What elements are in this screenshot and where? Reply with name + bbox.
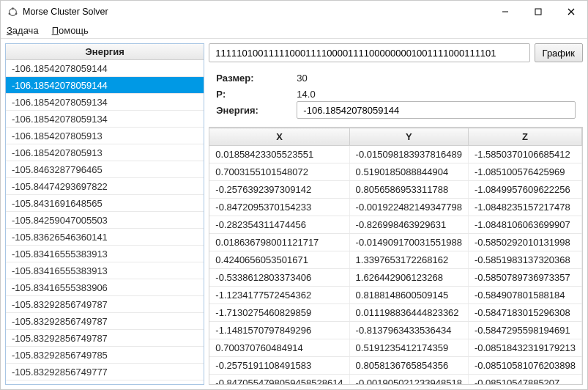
table-cell: 0.8056586953311788 (349, 181, 468, 199)
table-cell: -1.1234177572454362 (209, 287, 349, 304)
table-row[interactable]: -1.12341775724543620.8188148600509145-0.… (209, 287, 581, 304)
app-window: Morse Cluster Solver Задача Помощь Энерг… (0, 0, 588, 390)
minimize-button[interactable] (488, 1, 521, 23)
coordinates-table-wrap[interactable]: XYZ 0.01858423305523551-0.01509818393781… (209, 127, 583, 385)
list-item[interactable]: -106.18542078059134 (6, 94, 204, 111)
table-row[interactable]: -0.25763923973091420.8056586953311788-1.… (209, 181, 581, 199)
menu-task[interactable]: Задача (7, 25, 39, 36)
table-cell: 0.018636798001121717 (209, 234, 349, 251)
list-item[interactable]: -105.83626546360141 (6, 229, 204, 246)
content-area: Энергия -106.18542078059144-106.18542078… (1, 39, 587, 389)
table-cell: -0.8470554798059458528614 (209, 375, 349, 386)
list-item[interactable]: -105.83416555383913 (6, 246, 204, 262)
table-cell: -0.584907801588184 (468, 287, 581, 304)
table-cell: 0.7003155101548072 (209, 163, 349, 181)
properties-block: Размер: 30 P: 14.0 Энергия: (209, 67, 583, 122)
close-button[interactable] (554, 1, 587, 23)
table-cell: -1.7130275460829859 (209, 304, 349, 322)
table-row[interactable]: 0.01858423305523551-0.015098183937816489… (209, 146, 581, 163)
list-item[interactable]: -106.1854207805913 (6, 128, 204, 144)
table-cell: -0.08510581076203898 (468, 357, 581, 375)
graph-button[interactable]: График (535, 43, 583, 62)
p-label: P: (216, 89, 297, 100)
table-cell: 0.4240656053501671 (209, 251, 349, 269)
table-cell: -0.5847295598194691 (468, 322, 581, 339)
list-item[interactable]: -105.83292856749777 (6, 364, 204, 380)
list-item[interactable]: -105.83292856749787 (6, 330, 204, 347)
svg-point-1 (12, 7, 14, 10)
svg-rect-5 (535, 9, 541, 15)
table-cell: -0.5851983137320368 (468, 251, 581, 269)
menubar: Задача Помощь (1, 23, 587, 39)
energy-list-header: Энергия (6, 44, 204, 60)
list-item[interactable]: -106.18542078059134 (6, 111, 204, 128)
column-header[interactable]: X (209, 128, 349, 146)
table-cell: -1.1481570797849296 (209, 322, 349, 339)
table-row[interactable]: 0.018636798001121717-0.01490917003155198… (209, 234, 581, 251)
table-cell: -0.014909170031551988 (349, 234, 468, 251)
app-icon (7, 6, 18, 18)
table-row[interactable]: 0.70031551015480720.5190185088844904-1.0… (209, 163, 581, 181)
table-cell: -1.085100576425969 (468, 163, 581, 181)
energy-label: Энергия: (216, 105, 297, 116)
table-cell: -0.5338612803373406 (209, 269, 349, 287)
energy-list-panel: Энергия -106.18542078059144-106.18542078… (5, 43, 204, 385)
list-item[interactable]: -105.8431691648565 (6, 195, 204, 212)
svg-point-2 (15, 12, 17, 15)
table-cell: -0.5850789736973357 (468, 269, 581, 287)
table-row[interactable]: -0.25751911084915830.8058136765854356-0.… (209, 357, 581, 375)
table-row[interactable]: -0.282354311474456-0.826998463929631-1.0… (209, 216, 581, 234)
column-header[interactable]: Y (349, 128, 468, 146)
table-cell: 0.8058136765854356 (349, 357, 468, 375)
svg-point-3 (8, 12, 10, 15)
menu-help[interactable]: Помощь (52, 25, 89, 36)
table-cell: -0.015098183937816489 (349, 146, 468, 163)
list-item[interactable]: -106.18542078059144 (6, 60, 204, 77)
table-cell: -0.282354311474456 (209, 216, 349, 234)
list-item[interactable]: -105.83292856749785 (6, 347, 204, 364)
window-controls (488, 1, 587, 23)
table-cell: -0.08510547885207 (468, 375, 581, 386)
list-item[interactable]: -105.83416555383906 (6, 279, 204, 296)
table-cell: 0.011198836444823362 (349, 304, 468, 322)
list-item[interactable]: -105.83292856749787 (6, 313, 204, 330)
list-item[interactable]: -106.18542078059144 (6, 77, 204, 94)
table-row[interactable]: 0.42406560535016711.3397653172268162-0.5… (209, 251, 581, 269)
bitstring-row: График (209, 43, 583, 62)
table-cell: -1.0848106063699907 (468, 216, 581, 234)
table-cell: -0.8137963433536434 (349, 322, 468, 339)
p-value: 14.0 (297, 89, 315, 100)
table-row[interactable]: -1.1481570797849296-0.8137963433536434-0… (209, 322, 581, 339)
list-item[interactable]: -105.84259047005503 (6, 212, 204, 229)
table-cell: -0.826998463929631 (349, 216, 468, 234)
table-cell: -0.001905021233948518 (349, 375, 468, 386)
table-row[interactable]: -1.71302754608298590.011198836444823362-… (209, 304, 581, 322)
table-row[interactable]: -0.8472095370154233-0.001922482149347798… (209, 199, 581, 216)
table-cell: 1.626442906123268 (349, 269, 468, 287)
table-cell: -0.8472095370154233 (209, 199, 349, 216)
table-row[interactable]: -0.53386128033734061.626442906123268-0.5… (209, 269, 581, 287)
list-item[interactable]: -105.83292856749787 (6, 296, 204, 313)
table-cell: -0.001922482149347798 (349, 199, 468, 216)
list-item[interactable]: -105.8463287796465 (6, 161, 204, 178)
table-cell: -0.5850292010131998 (468, 234, 581, 251)
table-cell: 0.700370760484914 (209, 339, 349, 357)
table-cell: 1.3397653172268162 (349, 251, 468, 269)
list-item[interactable]: -106.1854207805913 (6, 144, 204, 161)
maximize-button[interactable] (521, 1, 554, 23)
table-row[interactable]: 0.7003707604849140.5191235412174359-0.08… (209, 339, 581, 357)
list-item[interactable]: -105.83416555383913 (6, 262, 204, 279)
column-header[interactable]: Z (468, 128, 581, 146)
coordinates-table: XYZ 0.01858423305523551-0.01509818393781… (209, 128, 582, 385)
table-cell: 0.8188148600509145 (349, 287, 468, 304)
table-cell: -0.5847183015296308 (468, 304, 581, 322)
table-cell: 0.5191235412174359 (349, 339, 468, 357)
table-cell: -1.5850370106685412 (468, 146, 581, 163)
size-label: Размер: (216, 73, 297, 84)
energy-input[interactable] (297, 101, 576, 119)
bitstring-input[interactable] (209, 43, 529, 62)
table-cell: 0.5190185088844904 (349, 163, 468, 181)
table-row[interactable]: -0.8470554798059458528614-0.001905021233… (209, 375, 581, 386)
list-item[interactable]: -105.84474293697822 (6, 178, 204, 195)
energy-list[interactable]: -106.18542078059144-106.18542078059144-1… (6, 60, 204, 384)
